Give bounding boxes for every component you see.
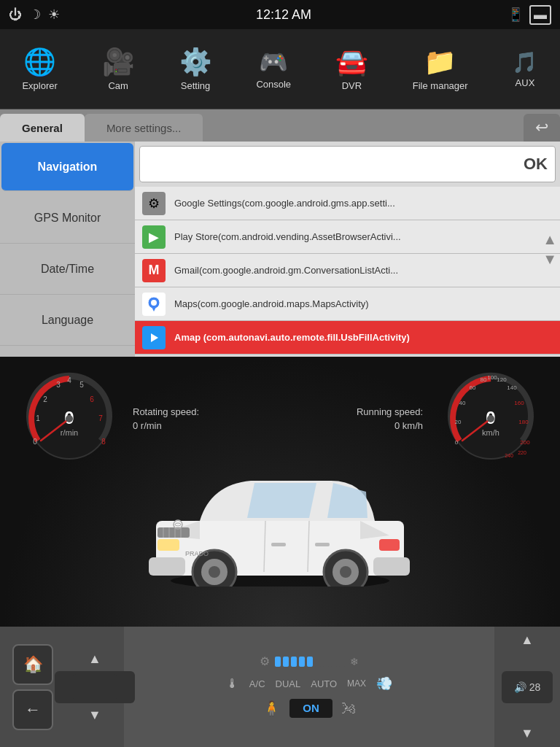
volume-down-button[interactable]: ▼: [521, 726, 534, 741]
fan-dot-5: [307, 657, 313, 667]
svg-text:140: 140: [507, 384, 517, 391]
volume-icon: 🔊: [514, 681, 526, 693]
sidebar-gps-label: GPS Monitor: [34, 212, 101, 225]
temp-down-arrow[interactable]: ▼: [88, 708, 101, 723]
dvr-icon: 🚘: [335, 47, 368, 77]
volume-value: 28: [529, 681, 541, 693]
fan-dot-3: [291, 657, 297, 667]
auto-label: AUTO: [311, 678, 337, 689]
clock: 12:12 AM: [256, 7, 311, 23]
fan-dot-2: [283, 657, 289, 667]
sidebar-item-gps-monitor[interactable]: GPS Monitor: [0, 193, 135, 244]
maps-icon: [142, 293, 166, 316]
svg-text:20: 20: [455, 419, 462, 425]
airflow-icon: 💨: [376, 676, 392, 692]
aux-icon: 🎵: [512, 50, 537, 74]
svg-text:5: 5: [79, 381, 84, 389]
svg-text:7: 7: [98, 414, 103, 422]
svg-text:100: 100: [487, 374, 497, 381]
svg-point-42: [209, 566, 220, 578]
status-icons-left: ⏻ ☽ ☀: [9, 7, 60, 23]
scroll-up-button[interactable]: ▲: [542, 231, 557, 248]
status-bar: ⏻ ☽ ☀ 12:12 AM 📱 ▬: [0, 0, 560, 29]
back-nav-button[interactable]: ←: [12, 689, 53, 730]
nav-aux-label: AUX: [516, 77, 535, 88]
svg-text:1: 1: [36, 414, 40, 422]
power-icon: ⏻: [9, 7, 22, 23]
ac-label: A/C: [249, 678, 265, 689]
vent-defrost-icon: 🌬: [341, 700, 356, 717]
svg-text:8: 8: [101, 438, 106, 446]
nav-filemanager[interactable]: 📁 File manager: [405, 42, 475, 96]
svg-text:220: 220: [518, 450, 526, 455]
steering-icon: 🎮: [259, 48, 288, 76]
max-icon: MAX: [347, 678, 366, 689]
brightness-icon: ☀: [48, 7, 60, 23]
dropdown-item-play-store[interactable]: ▶ Play Store(com.android.vending.AssetBr…: [135, 220, 560, 254]
sidebar-item-datetime[interactable]: Date/Time: [0, 244, 135, 295]
svg-point-45: [340, 566, 351, 578]
sidebar-item-language[interactable]: Language: [0, 295, 135, 346]
svg-text:240: 240: [505, 453, 513, 458]
gmail-icon: M: [142, 259, 166, 282]
tab-general[interactable]: General: [0, 114, 85, 142]
volume-display: 🔊 28: [502, 671, 553, 703]
dropdown-item-maps[interactable]: Maps(com.google.android.maps.MapsActivit…: [135, 287, 560, 321]
dropdown-item-amap[interactable]: Amap (com.autonavi.auto.remote.fill.UsbF…: [135, 321, 560, 355]
nav-cam[interactable]: 🎥 Cam: [95, 42, 142, 96]
speed-text: Running speed: 0 km/h: [357, 406, 423, 431]
fan-dot-4: [299, 657, 305, 667]
tab-more-settings[interactable]: More settings...: [85, 114, 203, 142]
bottom-controls: 🏠 ← ▲ ▼ ⚙ ❄ 🌡 A/C DUAL AU: [0, 627, 560, 747]
svg-text:0: 0: [455, 439, 459, 446]
globe-icon: 🌐: [23, 47, 56, 77]
heater-icon: 🌡: [226, 676, 239, 692]
svg-rect-50: [271, 543, 286, 546]
gauges-row: 0 r/min 0 1 2 3 4 5 6 7 8: [0, 357, 560, 466]
speed-gauge: 0 km/h 0 20 40 60 80 100 120 140 160 180…: [443, 371, 538, 466]
sidebar-item-navigation[interactable]: Navigation: [1, 143, 133, 191]
dropdown-item-gmail[interactable]: M Gmail(com.google.android.gm.Conversati…: [135, 254, 560, 287]
nav-filemanager-label: File manager: [413, 80, 468, 91]
running-speed-value: 0 km/h: [357, 420, 423, 431]
svg-rect-38: [149, 557, 185, 576]
rpm-text: Rotating speed: 0 r/min: [133, 406, 199, 431]
car-image: PRADO: [134, 452, 426, 597]
svg-point-35: [487, 415, 494, 422]
svg-marker-3: [151, 333, 158, 342]
nav-setting[interactable]: ⚙️ Setting: [172, 42, 219, 96]
vent-front-icon: 🧍: [262, 700, 281, 717]
svg-text:160: 160: [514, 400, 524, 406]
scroll-down-button[interactable]: ▼: [542, 251, 557, 268]
dropdown-area: OK ⚙ Google Settings(com.google.android.…: [135, 142, 560, 357]
svg-text:40: 40: [459, 400, 466, 406]
svg-text:r/min: r/min: [61, 428, 78, 437]
google-settings-icon: ⚙: [142, 192, 166, 215]
folder-icon: 📁: [424, 47, 456, 77]
volume-up-button[interactable]: ▲: [521, 632, 534, 648]
svg-rect-53: [158, 527, 190, 538]
svg-text:200: 200: [520, 439, 530, 446]
nav-aux[interactable]: 🎵 AUX: [505, 46, 545, 93]
dashboard: 0 r/min 0 1 2 3 4 5 6 7 8: [0, 357, 560, 627]
fan-icon: ⚙: [260, 654, 270, 668]
running-speed-label: Running speed:: [357, 406, 423, 417]
nav-console[interactable]: 🎮 Console: [249, 44, 298, 94]
temp-up-arrow[interactable]: ▲: [88, 651, 101, 667]
dropdown-item-maps-text: Maps(com.google.android.maps.MapsActivit…: [174, 298, 369, 309]
sidebar-datetime-label: Date/Time: [41, 263, 94, 276]
back-button[interactable]: ↩: [524, 114, 560, 142]
svg-text:60: 60: [470, 384, 476, 391]
ok-button[interactable]: OK: [524, 155, 548, 174]
home-button[interactable]: 🏠: [12, 644, 53, 685]
fan-dot-7: [323, 657, 329, 667]
on-status: ON: [303, 702, 319, 714]
nav-dvr[interactable]: 🚘 DVR: [328, 42, 376, 96]
nav-explorer[interactable]: 🌐 Explorer: [15, 42, 64, 96]
dropdown-item-google-settings[interactable]: ⚙ Google Settings(com.google.android.gms…: [135, 187, 560, 220]
search-bar: OK: [139, 146, 556, 182]
dual-label: DUAL: [276, 678, 301, 689]
top-navigation: 🌐 Explorer 🎥 Cam ⚙️ Setting 🎮 Console 🚘 …: [0, 29, 560, 109]
fan-dot-1: [275, 657, 281, 667]
svg-text:80: 80: [481, 376, 487, 383]
